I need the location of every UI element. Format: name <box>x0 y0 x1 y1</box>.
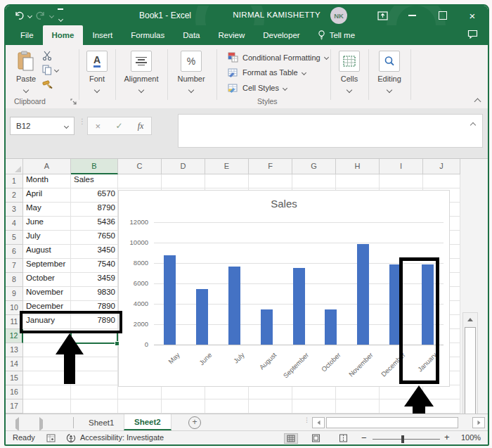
tab-developer[interactable]: Developer <box>254 25 309 45</box>
cell-H17[interactable] <box>336 399 380 414</box>
undo-dropdown-icon[interactable] <box>27 13 32 18</box>
sheet-nav-next-button[interactable] <box>39 420 43 428</box>
cell-C1[interactable] <box>118 174 162 188</box>
minimize-button[interactable] <box>398 6 426 25</box>
accessibility-status[interactable]: Accessibility: Investigate <box>80 433 164 442</box>
clipboard-dialog-launcher[interactable] <box>70 98 77 105</box>
cell-B3[interactable]: 8790 <box>71 203 118 217</box>
cell-E1[interactable] <box>205 174 249 188</box>
cell-A4[interactable]: June <box>23 217 71 231</box>
row-header-15[interactable]: 15 <box>6 371 23 385</box>
cell-B6[interactable]: 3450 <box>71 245 118 259</box>
cell-B9[interactable]: 9830 <box>71 287 118 301</box>
view-page-layout-button[interactable] <box>311 434 321 442</box>
column-header-B[interactable]: B <box>71 159 118 174</box>
zoom-out-button[interactable]: − <box>361 433 367 443</box>
cell-D16[interactable] <box>162 385 205 399</box>
cut-button[interactable] <box>42 51 53 60</box>
cell-D1[interactable] <box>162 174 205 188</box>
row-header-17[interactable]: 17 <box>6 399 23 414</box>
cell-I1[interactable] <box>380 174 423 188</box>
tell-me-box[interactable]: Tell me <box>309 25 363 45</box>
editing-group-button[interactable]: Editing <box>371 51 408 94</box>
ribbon-display-options-button[interactable] <box>368 6 396 25</box>
row-header-5[interactable]: 5 <box>6 231 23 245</box>
row-header-9[interactable]: 9 <box>6 287 23 301</box>
fill-handle[interactable] <box>115 341 119 346</box>
column-header-E[interactable]: E <box>205 159 249 174</box>
column-header-G[interactable]: G <box>292 159 336 174</box>
cell-G17[interactable] <box>292 399 336 414</box>
row-header-1[interactable]: 1 <box>6 174 23 188</box>
cell-A9[interactable]: November <box>23 287 71 301</box>
cell-G16[interactable] <box>292 385 336 399</box>
hscroll-right-button[interactable] <box>472 417 485 428</box>
column-header-J[interactable]: J <box>423 159 460 174</box>
cell-H1[interactable] <box>336 174 380 188</box>
cell-B2[interactable]: 6570 <box>71 188 118 203</box>
cell-B14[interactable] <box>71 357 118 371</box>
tab-formulas[interactable]: Formulas <box>122 25 174 45</box>
formula-input[interactable] <box>178 114 483 148</box>
accessibility-icon[interactable] <box>66 433 76 443</box>
cell-G1[interactable] <box>292 174 336 188</box>
row-header-13[interactable]: 13 <box>6 343 23 357</box>
avatar[interactable]: NK <box>330 7 347 24</box>
cell-C16[interactable] <box>118 385 162 399</box>
cell-F16[interactable] <box>249 385 292 399</box>
column-header-A[interactable]: A <box>23 159 71 174</box>
undo-button[interactable] <box>14 11 24 20</box>
cell-A3[interactable]: May <box>23 203 71 217</box>
cell-E17[interactable] <box>205 399 249 414</box>
maximize-button[interactable] <box>429 6 457 25</box>
cell-F17[interactable] <box>249 399 292 414</box>
cell-B4[interactable]: 5436 <box>71 217 118 231</box>
formula-bar-expand-icon[interactable] <box>470 122 476 128</box>
tab-review[interactable]: Review <box>209 25 254 45</box>
column-header-F[interactable]: F <box>249 159 292 174</box>
cell-styles-button[interactable]: Cell Styles <box>228 83 287 93</box>
format-painter-button[interactable] <box>42 80 53 91</box>
paste-button[interactable]: Paste <box>13 51 39 94</box>
cell-B15[interactable] <box>71 371 118 385</box>
cell-D17[interactable] <box>162 399 205 414</box>
close-button[interactable]: × <box>458 6 486 25</box>
tab-home[interactable]: Home <box>43 25 84 45</box>
row-header-14[interactable]: 14 <box>6 357 23 371</box>
enter-entry-button[interactable]: ✓ <box>115 121 122 131</box>
zoom-slider-track[interactable] <box>373 439 440 440</box>
view-page-break-button[interactable] <box>339 434 348 442</box>
row-header-2[interactable]: 2 <box>6 188 23 203</box>
alignment-group-button[interactable]: Alignment <box>118 51 164 94</box>
font-group-button[interactable]: A Font <box>82 51 112 94</box>
cell-B17[interactable] <box>71 399 118 414</box>
name-box-dropdown-icon[interactable] <box>64 123 69 128</box>
zoom-slider-thumb[interactable] <box>401 435 404 443</box>
row-header-3[interactable]: 3 <box>6 203 23 217</box>
zoom-level[interactable]: 100% <box>461 433 481 442</box>
hscroll-left-button[interactable] <box>312 417 325 428</box>
cell-H16[interactable] <box>336 385 380 399</box>
cell-B1[interactable]: Sales <box>71 174 118 188</box>
column-header-H[interactable]: H <box>336 159 380 174</box>
row-header-16[interactable]: 16 <box>6 385 23 399</box>
cell-A8[interactable]: October <box>23 273 71 287</box>
cell-A7[interactable]: September <box>23 259 71 273</box>
insert-function-button[interactable]: fx <box>138 121 144 132</box>
select-all-corner[interactable] <box>6 159 23 174</box>
tab-insert[interactable]: Insert <box>83 25 122 45</box>
cell-B16[interactable] <box>71 385 118 399</box>
collapse-ribbon-button[interactable] <box>475 97 480 105</box>
row-header-8[interactable]: 8 <box>6 273 23 287</box>
tab-file[interactable]: File <box>11 25 43 45</box>
cell-B8[interactable]: 3459 <box>71 273 118 287</box>
copy-button[interactable] <box>42 65 58 75</box>
view-normal-button[interactable] <box>284 433 298 444</box>
horizontal-scrollbar-thumb[interactable] <box>326 417 458 428</box>
sheet-tab-sheet1[interactable]: Sheet1 <box>79 414 124 430</box>
new-sheet-button[interactable]: + <box>188 416 201 429</box>
cell-E16[interactable] <box>205 385 249 399</box>
format-as-table-button[interactable]: Format as Table <box>228 68 306 77</box>
cell-F1[interactable] <box>249 174 292 188</box>
cell-J1[interactable] <box>423 174 460 188</box>
